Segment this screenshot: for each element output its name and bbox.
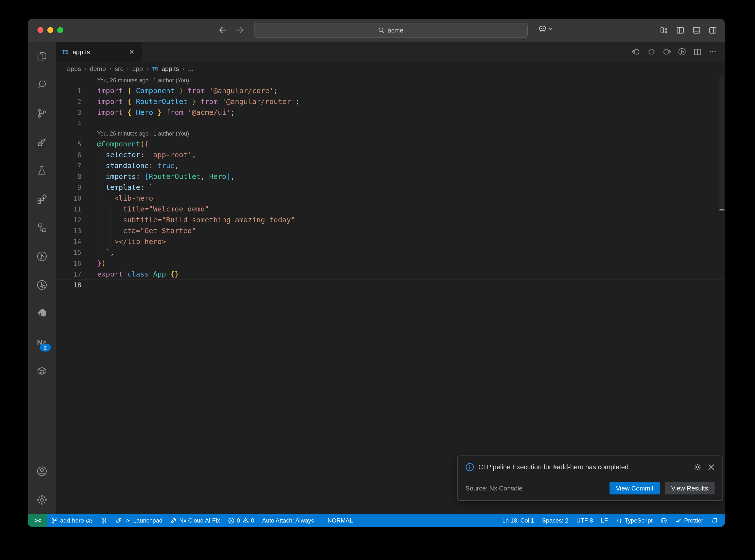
formatter-status[interactable]: Prettier xyxy=(671,514,707,527)
activity-nx-console[interactable]: N>2 xyxy=(27,328,56,356)
activity-search[interactable] xyxy=(27,71,56,99)
activity-explorer[interactable] xyxy=(27,42,56,71)
encoding-status[interactable]: UTF-8 xyxy=(572,514,597,527)
code-line-15[interactable]: 15 `, xyxy=(56,247,725,258)
notification-close-icon[interactable] xyxy=(708,463,715,471)
view-commit-button[interactable]: View Commit xyxy=(610,482,660,495)
token: RouterOutlet xyxy=(149,173,201,180)
maximize-window-button[interactable] xyxy=(57,27,63,33)
activity-gitlens-search[interactable] xyxy=(27,271,56,299)
code-line-13[interactable]: 13 cta="Get Started" xyxy=(56,225,725,236)
scrollbar-thumb[interactable] xyxy=(719,75,724,209)
activity-testing[interactable] xyxy=(27,156,56,185)
code-editor[interactable]: You, 26 minutes ago | 1 author (You)1imp… xyxy=(56,75,725,514)
nav-circle-icon[interactable] xyxy=(647,47,656,56)
breadcrumb-item[interactable]: app xyxy=(132,65,143,72)
command-center-search[interactable]: acme xyxy=(254,23,528,38)
breadcrumb-item[interactable]: src xyxy=(115,65,123,72)
auto-attach-status[interactable]: Auto Attach: Always xyxy=(258,514,318,527)
activity-source-control[interactable] xyxy=(27,99,56,128)
commit-graph-status[interactable] xyxy=(97,514,112,527)
git-branch-status[interactable]: add-hero xyxy=(47,514,97,527)
toggle-panel-icon[interactable] xyxy=(692,25,701,36)
breadcrumb-item[interactable]: apps xyxy=(67,65,81,72)
git-blame-annotation[interactable]: You, 26 minutes ago | 1 author (You) xyxy=(56,129,725,139)
token: : xyxy=(140,183,149,191)
token: '@acme/ui' xyxy=(187,108,231,116)
status-text: Nx Cloud AI Fix xyxy=(179,517,220,524)
notifications-bell[interactable] xyxy=(707,514,722,527)
view-results-button[interactable]: View Results xyxy=(665,482,715,495)
source-control-icon xyxy=(36,107,47,119)
line-number: 15 xyxy=(56,247,81,258)
copilot-status[interactable] xyxy=(657,514,671,527)
code-line-14[interactable]: 14 ></lib-hero> xyxy=(56,236,725,247)
token: @Component xyxy=(97,140,140,148)
copilot-menu[interactable] xyxy=(538,25,553,33)
code-line-18[interactable]: 18 xyxy=(56,280,725,291)
search-icon xyxy=(36,79,47,91)
toggle-secondary-sidebar-icon[interactable] xyxy=(708,25,717,36)
launchpad-status[interactable]: Launchpad xyxy=(112,514,166,527)
code-line-5[interactable]: 5@Component({ xyxy=(56,139,725,149)
token: true xyxy=(158,162,175,169)
nav-back-icon[interactable] xyxy=(632,47,641,56)
code-line-8[interactable]: 8 imports: [RouterOutlet, Hero], xyxy=(56,171,725,182)
tab-close-icon[interactable]: ✕ xyxy=(128,48,136,56)
layout-customize-icon[interactable] xyxy=(659,25,668,36)
run-graph-icon[interactable] xyxy=(678,47,687,56)
warning-icon xyxy=(242,517,249,524)
activity-commit-graph[interactable] xyxy=(27,242,56,271)
activity-edge-tools[interactable] xyxy=(27,299,56,328)
more-actions-icon[interactable] xyxy=(708,47,717,56)
code-line-16[interactable]: 16}) xyxy=(56,258,725,269)
nav-forward-icon[interactable] xyxy=(662,47,671,56)
close-window-button[interactable] xyxy=(38,27,43,33)
activity-settings[interactable] xyxy=(27,485,56,514)
code-line-3[interactable]: 3import { Hero } from '@acme/ui'; xyxy=(56,107,725,118)
activity-custom-views[interactable] xyxy=(27,214,56,242)
code-line-7[interactable]: 7 standalone: true, xyxy=(56,160,725,171)
activity-run-debug[interactable] xyxy=(27,128,56,156)
status-text: -- NORMAL -- xyxy=(322,517,358,524)
code-line-9[interactable]: 9 template: ` xyxy=(56,182,725,193)
vim-mode-status[interactable]: -- NORMAL -- xyxy=(318,514,362,527)
eol-status[interactable]: LF xyxy=(597,514,612,527)
code-text: subtitle="Build something amazing today" xyxy=(81,215,295,225)
breadcrumb-item[interactable]: demo xyxy=(90,65,106,72)
code-line-10[interactable]: 10 <lib-hero xyxy=(56,193,725,204)
problems-status[interactable]: 00 xyxy=(224,514,258,527)
status-text: Prettier xyxy=(684,517,703,524)
breadcrumb-symbol[interactable]: ... xyxy=(188,65,193,72)
status-text: Spaces: 2 xyxy=(542,517,568,524)
tab-app-ts[interactable]: TS app.ts ✕ xyxy=(56,42,142,62)
activity-containers[interactable] xyxy=(27,356,56,385)
code-line-4[interactable]: 4 xyxy=(56,118,725,129)
nx-cloud-status[interactable]: Nx Cloud AI Fix xyxy=(166,514,224,527)
history-back-icon[interactable] xyxy=(218,25,228,36)
screen: acme N>2 TS app.ts ✕ xyxy=(0,0,755,560)
code-line-12[interactable]: 12 subtitle="Build something amazing tod… xyxy=(56,215,725,225)
token: template xyxy=(106,183,140,191)
line-number: 13 xyxy=(56,225,81,236)
language-status[interactable]: {}TypeScript xyxy=(612,514,656,527)
activity-bar: N>2 xyxy=(27,42,56,514)
breadcrumb-file[interactable]: app.ts xyxy=(161,65,179,72)
activity-accounts[interactable] xyxy=(27,457,56,485)
minimize-window-button[interactable] xyxy=(47,27,53,33)
code-line-1[interactable]: 1import { Component } from '@angular/cor… xyxy=(56,85,725,96)
remote-indicator[interactable]: >< xyxy=(27,514,47,527)
indentation-status[interactable]: Spaces: 2 xyxy=(538,514,572,527)
cursor-position-status[interactable]: Ln 18, Col 1 xyxy=(498,514,538,527)
code-line-17[interactable]: 17export class App {} xyxy=(56,269,725,280)
split-editor-icon[interactable] xyxy=(693,47,702,56)
notification-settings-icon[interactable] xyxy=(694,463,701,471)
history-forward-icon[interactable] xyxy=(235,25,244,36)
code-line-6[interactable]: 6 selector: 'app-root', xyxy=(56,149,725,160)
code-line-2[interactable]: 2import { RouterOutlet } from '@angular/… xyxy=(56,96,725,107)
status-text: Auto Attach: Always xyxy=(262,517,314,524)
activity-extensions[interactable] xyxy=(27,185,56,214)
toggle-primary-sidebar-icon[interactable] xyxy=(676,25,684,36)
code-line-11[interactable]: 11 title="Welcmoe demo" xyxy=(56,204,725,215)
git-blame-annotation[interactable]: You, 26 minutes ago | 1 author (You) xyxy=(56,75,725,85)
